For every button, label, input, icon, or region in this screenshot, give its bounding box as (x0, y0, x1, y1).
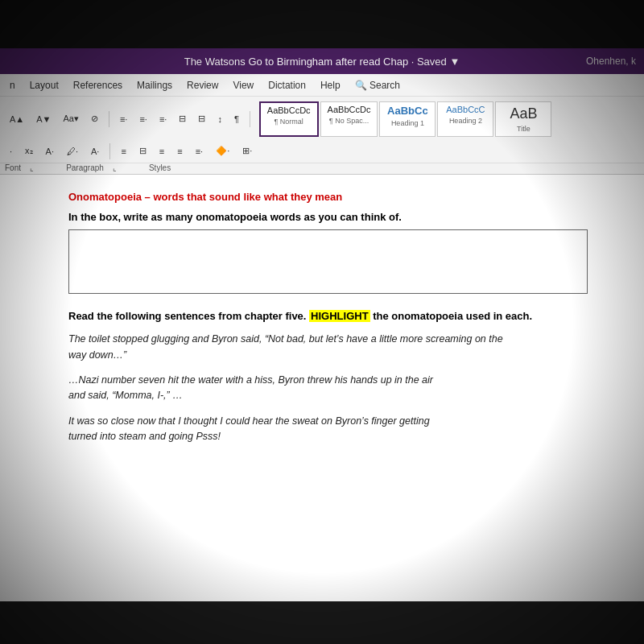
font-grow-button[interactable]: A▲ (5, 112, 29, 126)
styles-label: Styles (149, 163, 171, 172)
separator-1 (109, 111, 109, 127)
menu-item-dictation[interactable]: Dictation (262, 78, 312, 93)
doc-write-box[interactable] (68, 229, 588, 294)
menu-item-mailings[interactable]: Mailings (130, 78, 179, 93)
ribbon-row2: · x₂ A· 🖊· A· ≡ ⊟ ≡ ≡ ≡· 🔶· ⊞· (0, 142, 644, 163)
top-bar (0, 0, 644, 48)
separator-3 (109, 143, 110, 159)
menu-item-references[interactable]: References (67, 78, 129, 93)
user-info: Ohenhen, k (586, 56, 636, 67)
menu-item-view[interactable]: View (226, 78, 260, 93)
section-text2: the onomatopoeia used in each. (370, 310, 533, 322)
font-shrink-button[interactable]: A▼ (31, 112, 56, 126)
indent-left-button[interactable]: ⊟ (174, 111, 191, 126)
justify-button[interactable]: ≡ (172, 144, 187, 159)
styles-section: AaBbCcDc ¶ Normal AaBbCcDc ¶ No Spac... … (256, 100, 555, 138)
doc-section: Read the following sentences from chapte… (68, 308, 588, 324)
font-case-button[interactable]: Aa▾ (58, 111, 83, 126)
style-normal[interactable]: AaBbCcDc ¶ Normal (259, 101, 319, 137)
ribbon-footer: Font ⌞ Paragraph ⌞ Styles (0, 163, 644, 174)
separator-2 (250, 111, 250, 127)
pilcrow-button[interactable]: ¶ (229, 112, 244, 126)
line-spacing-button[interactable]: ≡· (191, 144, 208, 159)
style-no-spacing[interactable]: AaBbCcDc ¶ No Spac... (320, 101, 378, 137)
style-heading2[interactable]: AaBbCcC Heading 2 (437, 101, 493, 137)
borders-button[interactable]: ⊞· (237, 143, 257, 159)
bullets-button[interactable]: ≡· (115, 112, 132, 126)
doc-para-2: …Nazi number seven hit the water with a … (68, 373, 588, 404)
text-color2-button[interactable]: A· (86, 144, 104, 159)
font-label: Font ⌞ (5, 163, 34, 172)
para-controls: ≡· ≡· ≡· ⊟ ⊟ ↕ ¶ (115, 111, 244, 126)
clear-format-button[interactable]: ⊘ (86, 111, 103, 126)
menu-item-help[interactable]: Help (314, 78, 347, 93)
highlight-text: HIGHLIGHT (309, 310, 370, 322)
paragraph-label: Paragraph ⌞ (66, 163, 117, 172)
menu-item-review[interactable]: Review (180, 78, 225, 93)
doc-instruction: In the box, write as many onomatopoeia w… (68, 211, 588, 223)
section-text1: Read the following sentences from chapte… (68, 310, 309, 322)
menu-item-search[interactable]: 🔍 Search (349, 78, 407, 93)
font-controls: A▲ A▼ Aa▾ ⊘ (5, 111, 103, 126)
doc-para-1: The toilet stopped glugging and Byron sa… (68, 332, 588, 363)
ribbon: A▲ A▼ Aa▾ ⊘ ≡· ≡· ≡· ⊟ ⊟ ↕ ¶ AaBbCcDc ¶ … (0, 97, 644, 175)
multilevel-button[interactable]: ≡· (155, 112, 171, 126)
title-bar: The Watsons Go to Birmingham after read … (0, 48, 644, 74)
menu-bar: n Layout References Mailings Review View… (0, 74, 644, 97)
style-title[interactable]: AaB Title (495, 101, 551, 137)
sort-button[interactable]: ↕ (213, 112, 227, 126)
superscript-button[interactable]: · (5, 144, 17, 159)
highlight-button[interactable]: 🖊· (62, 144, 83, 159)
align-right-button[interactable]: ≡ (155, 144, 169, 159)
style-heading1[interactable]: AaBbCc Heading 1 (379, 101, 436, 137)
doc-para-3: It was so close now that I thought I cou… (68, 414, 588, 445)
document-area: Onomatopoeia – words that sound like wha… (0, 175, 644, 601)
menu-item-n[interactable]: n (3, 78, 22, 93)
document-title: The Watsons Go to Birmingham after read … (184, 56, 460, 68)
doc-heading: Onomatopoeia – words that sound like wha… (68, 191, 588, 203)
font-color-button[interactable]: A· (41, 144, 59, 159)
numbering-button[interactable]: ≡· (134, 112, 151, 126)
menu-item-layout[interactable]: Layout (23, 78, 65, 93)
align-center-button[interactable]: ⊟ (134, 143, 151, 159)
subscript-button[interactable]: x₂ (20, 143, 38, 159)
indent-right-button[interactable]: ⊟ (193, 111, 210, 126)
ribbon-row1: A▲ A▼ Aa▾ ⊘ ≡· ≡· ≡· ⊟ ⊟ ↕ ¶ AaBbCcDc ¶ … (0, 97, 644, 142)
shading-button[interactable]: 🔶· (211, 143, 234, 159)
align-left-button[interactable]: ≡ (116, 144, 130, 159)
